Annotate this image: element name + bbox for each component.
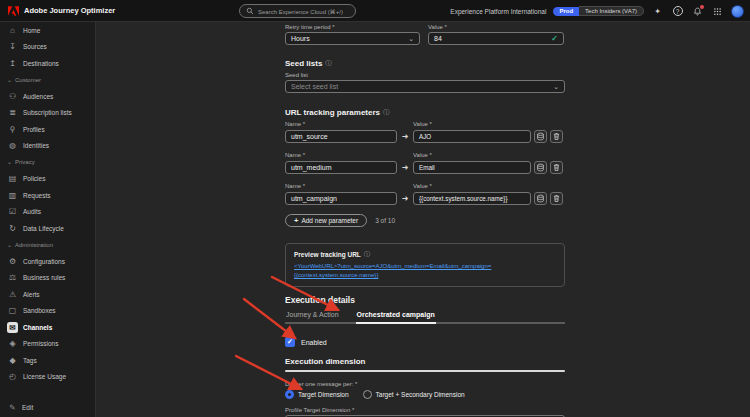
enabled-label: Enabled [301, 339, 327, 346]
retry-value-input[interactable]: 84 ✓ [428, 32, 564, 45]
personalization-picker-button[interactable] [534, 130, 547, 143]
delete-button[interactable] [550, 161, 563, 174]
sidebar-item-configurations[interactable]: ⚙ Configurations [0, 253, 95, 270]
notifications-bell-icon[interactable] [691, 5, 704, 18]
sidebar-item-label: Identities [23, 142, 49, 149]
assistant-icon[interactable]: ✦ [651, 5, 664, 18]
sidebar-section-administration[interactable]: ⌄ Administration [0, 237, 95, 254]
edit-label: Edit [22, 404, 33, 411]
delete-button[interactable] [550, 130, 563, 143]
pencil-icon: ✎ [7, 402, 18, 413]
search-input[interactable]: Search Experience Cloud (⌘+/) [239, 4, 356, 18]
preview-url-link[interactable]: <YourWebURL>?utm_source=AJO&utm_medium=E… [294, 262, 556, 280]
seed-list-placeholder: Select seed list [291, 83, 338, 90]
sidebar-item-home[interactable]: ⌂ Home [0, 22, 95, 39]
personalization-picker-button[interactable] [534, 192, 547, 205]
sidebar-section-label: Customer [15, 77, 41, 83]
chevron-down-icon: ⌄ [553, 85, 559, 89]
sidebar-section-customer[interactable]: ⌄ Customer [0, 72, 95, 89]
configurations-icon: ⚙ [7, 256, 18, 267]
enabled-checkbox[interactable]: ✓ Enabled [285, 337, 565, 347]
radio-target-secondary-dimension[interactable]: Target + Secondary Dimension [363, 390, 465, 399]
personalization-picker-button[interactable] [534, 161, 547, 174]
arrow-right-icon: ➜ [400, 132, 410, 141]
data-lifecycle-icon: ↻ [7, 223, 18, 234]
sidebar-item-label: Data Lifecycle [23, 225, 64, 232]
license-usage-icon: ◴ [7, 371, 18, 382]
business-rules-icon: ⚖ [7, 272, 18, 283]
sidebar-item-channels[interactable]: ✉ Channels [0, 319, 95, 336]
sidebar-item-label: Requests [23, 192, 50, 199]
param-name-input[interactable]: utm_campaign [285, 192, 397, 205]
sidebar-item-label: Audits [23, 208, 41, 215]
env-badge[interactable]: Prod [553, 7, 579, 16]
requests-icon: ▥ [7, 190, 18, 201]
delete-button[interactable] [550, 192, 563, 205]
sandbox-switcher[interactable]: Tech Insiders (VA7) [579, 6, 644, 16]
preview-title: Preview tracking URL ⓘ [294, 250, 556, 259]
app-switcher-grid-icon[interactable] [711, 5, 724, 18]
radio-target-dimension[interactable]: Target Dimension [285, 390, 349, 399]
edit-pencil-button[interactable]: ✎ Edit [7, 402, 33, 413]
add-parameter-button[interactable]: + Add new parameter [285, 214, 367, 227]
sidebar-item-audits[interactable]: ☑ Audits [0, 204, 95, 221]
sidebar-item-sandboxes[interactable]: ▢ Sandboxes [0, 303, 95, 320]
sidebar-item-license-usage[interactable]: ◴ License Usage [0, 369, 95, 386]
sidebar-item-requests[interactable]: ▥ Requests [0, 187, 95, 204]
notification-dot [700, 5, 704, 9]
sidebar-item-policies[interactable]: ▤ Policies [0, 171, 95, 188]
sidebar-item-destinations[interactable]: ↥ Destinations [0, 55, 95, 72]
url-param-row: Name * Value * utm_campaign ➜ {{context.… [285, 183, 565, 205]
sidebar-item-profiles[interactable]: ⚲ Profiles [0, 121, 95, 138]
sidebar-item-permissions[interactable]: ◈ Permissions [0, 336, 95, 353]
sidebar-item-tags[interactable]: ◆ Tags [0, 352, 95, 369]
policies-icon: ▤ [7, 173, 18, 184]
seed-lists-heading: Seed lists ⓘ [285, 59, 565, 68]
sidebar-item-data-lifecycle[interactable]: ↻ Data Lifecycle [0, 220, 95, 237]
sources-icon: ↧ [7, 41, 18, 52]
sidebar-item-label: Configurations [23, 258, 65, 265]
info-icon[interactable]: ⓘ [325, 59, 332, 68]
sidebar-item-business-rules[interactable]: ⚖ Business rules [0, 270, 95, 287]
sidebar-item-subscription-lists[interactable]: ≣ Subscription lists [0, 105, 95, 122]
param-value-input[interactable]: Email [413, 161, 531, 174]
sidebar-item-label: Home [23, 27, 40, 34]
audiences-icon: ⚇ [7, 91, 18, 102]
param-name-label: Name * [285, 121, 413, 127]
home-icon: ⌂ [7, 25, 18, 36]
sidebar-item-alerts[interactable]: ⚠ Alerts [0, 286, 95, 303]
sidebar-item-label: Sources [23, 43, 47, 50]
url-param-row: Name * Value * utm_source ➜ AJO [285, 121, 565, 143]
user-avatar[interactable] [731, 5, 744, 18]
retry-period-select[interactable]: Hours ⌄ [285, 32, 420, 45]
tab-orchestrated-campaign[interactable]: Orchestrated campaign [356, 308, 436, 324]
sidebar-item-sources[interactable]: ↧ Sources [0, 39, 95, 56]
tab-journey-action[interactable]: Journey & Action [285, 308, 340, 322]
info-icon[interactable]: ⓘ [383, 108, 390, 117]
seed-list-select[interactable]: Select seed list ⌄ [285, 80, 565, 93]
chevron-down-icon: ⌄ [408, 37, 414, 41]
sidebar-item-label: Business rules [23, 274, 65, 281]
main-content: Retry time period * Hours ⌄ Value * 84 ✓… [97, 22, 750, 417]
sidebar-item-identities[interactable]: ◍ Identities [0, 138, 95, 155]
param-value-input[interactable]: {{context.system.source.name}} [413, 192, 531, 205]
help-icon[interactable]: ? [671, 5, 684, 18]
sidebar-section-privacy[interactable]: ⌄ Privacy [0, 154, 95, 171]
chevron-down-icon: ⌄ [7, 242, 12, 248]
sidebar-item-label: Tags [23, 357, 37, 364]
sidebar-item-audiences[interactable]: ⚇ Audiences [0, 88, 95, 105]
url-tracking-heading: URL tracking parameters ⓘ [285, 108, 565, 117]
adobe-logo-icon [8, 6, 19, 16]
param-value-label: Value * [413, 152, 432, 158]
param-name-input[interactable]: utm_medium [285, 161, 397, 174]
retry-value: 84 [434, 35, 442, 42]
checkbox-checked-icon: ✓ [285, 337, 295, 347]
param-value-input[interactable]: AJO [413, 130, 531, 143]
param-name-input[interactable]: utm_source [285, 130, 397, 143]
alerts-icon: ⚠ [7, 289, 18, 300]
sidebar-item-label: Permissions [23, 340, 58, 347]
app-identity: Adobe Journey Optimizer [0, 6, 115, 16]
retry-period-label: Retry time period * [285, 24, 420, 30]
preview-tracking-url-panel: Preview tracking URL ⓘ <YourWebURL>?utm_… [285, 243, 565, 287]
info-icon[interactable]: ⓘ [364, 250, 371, 259]
